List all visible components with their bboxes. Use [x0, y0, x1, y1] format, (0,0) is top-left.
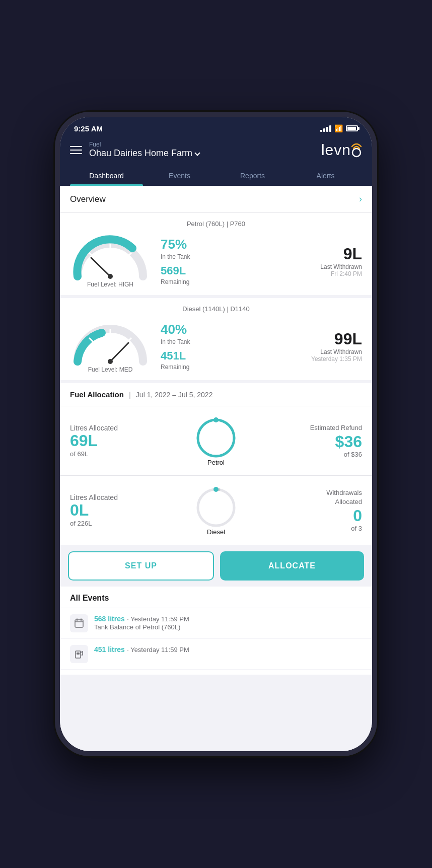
petrol-withdrawn-time: Fri 2:40 PM [331, 270, 362, 277]
app-header: Fuel Ohau Dairies Home Farm levn [60, 137, 372, 186]
event-calendar-icon [70, 614, 88, 632]
petrol-refund-amount: $36 [244, 433, 362, 451]
petrol-allocation-row: Litres Allocated 69L of 69L Petrol [60, 406, 372, 476]
status-icons: 📶 [320, 124, 358, 132]
event-content-2: 451 litres · Yesterday 11:59 PM [94, 645, 189, 654]
allocation-header: Fuel Allocation | Jul 1, 2022 – Jul 5, 2… [60, 383, 372, 406]
petrol-alloc-right: Estimated Refund $36 of $36 [244, 423, 362, 458]
petrol-ring [193, 415, 239, 461]
petrol-litres-amount: 69L [70, 432, 188, 450]
diesel-tank-name: Diesel (1140L) | D1140 [70, 305, 362, 313]
petrol-gauge: Fuel Level: HIGH [70, 234, 151, 288]
petrol-litres-label: Litres Allocated [70, 424, 188, 432]
svg-point-13 [213, 417, 219, 422]
petrol-percent-label: In the Tank [161, 253, 315, 260]
diesel-withdrawals-amount: 0 [244, 507, 362, 525]
svg-point-5 [108, 274, 113, 279]
event-content-1: 568 litres · Yesterday 11:59 PM Tank Bal… [94, 614, 189, 631]
petrol-refund-of: of $36 [244, 451, 362, 458]
petrol-alloc-left: Litres Allocated 69L of 69L [70, 424, 188, 457]
event-desc-1: Tank Balance of Petrol (760L) [94, 623, 189, 631]
diesel-withdrawals-of: of 3 [244, 525, 362, 532]
diesel-level-label: Fuel Level: MED [88, 366, 133, 373]
diesel-litres-label: Litres Allocated [70, 493, 188, 501]
petrol-withdrawn: 9L Last Withdrawn Fri 2:40 PM [320, 245, 362, 277]
diesel-withdrawn-label: Last Withdrawn [320, 348, 362, 355]
svg-point-10 [108, 359, 113, 364]
diesel-remaining: 451L [161, 349, 306, 363]
event-pump-icon [70, 645, 88, 663]
farm-dropdown-icon [194, 150, 200, 156]
setup-button[interactable]: SET UP [68, 551, 214, 581]
diesel-stats: 40% In the Tank 451L Remaining [156, 322, 306, 371]
svg-line-4 [91, 258, 110, 276]
overview-row[interactable]: Overview › [60, 186, 372, 213]
diesel-alloc-left: Litres Allocated 0L of 226L [70, 493, 188, 527]
petrol-withdrawn-label: Last Withdrawn [320, 263, 362, 270]
farm-name[interactable]: Ohau Dairies Home Farm [89, 148, 199, 159]
allocate-button[interactable]: ALLOCATE [220, 551, 364, 581]
tab-alerts[interactable]: Alerts [289, 166, 362, 186]
petrol-tank-name: Petrol (760L) | P760 [70, 220, 362, 228]
fuel-allocation-section: Fuel Allocation | Jul 1, 2022 – Jul 5, 2… [60, 383, 372, 545]
diesel-percent-label: In the Tank [161, 338, 306, 345]
header-subtitle: Fuel [89, 141, 199, 148]
svg-rect-17 [75, 620, 83, 627]
svg-point-16 [213, 487, 219, 492]
petrol-refund-label: Estimated Refund [244, 423, 362, 432]
petrol-remaining-label: Remaining [161, 278, 315, 285]
diesel-litres-of: of 226L [70, 520, 188, 527]
allocation-title: Fuel Allocation [70, 390, 124, 399]
diesel-percent: 40% [161, 322, 306, 337]
diesel-gauge: Fuel Level: MED [70, 319, 151, 373]
nav-tabs: Dashboard Events Reports Alerts [70, 166, 362, 186]
svg-line-9 [110, 343, 128, 361]
action-buttons: SET UP ALLOCATE [68, 551, 364, 581]
diesel-ring [193, 485, 239, 530]
petrol-level-label: Fuel Level: HIGH [87, 281, 133, 288]
diesel-allocation-row: Litres Allocated 0L of 226L Diesel [60, 476, 372, 545]
header-title: Fuel Ohau Dairies Home Farm [89, 141, 199, 159]
svg-point-0 [352, 149, 361, 157]
petrol-tank-card: Petrol (760L) | P760 [60, 213, 372, 298]
petrol-percent: 75% [161, 237, 315, 252]
menu-button[interactable] [70, 146, 82, 154]
status-time: 9:25 AM [74, 124, 103, 133]
diesel-litres-amount: 0L [70, 501, 188, 519]
status-bar: 9:25 AM 📶 [60, 117, 372, 137]
allocation-date: Jul 1, 2022 – Jul 5, 2022 [136, 391, 213, 399]
diesel-tank-card: Diesel (1140L) | D1140 [60, 298, 372, 383]
tab-dashboard[interactable]: Dashboard [70, 166, 143, 186]
diesel-alloc-right: Withdrawals Allocated 0 of 3 [244, 488, 362, 532]
tab-events[interactable]: Events [143, 166, 216, 186]
diesel-withdrawals-label: Withdrawals Allocated [244, 488, 362, 507]
petrol-remaining: 569L [161, 264, 315, 277]
logo-text: levn [321, 141, 351, 159]
event-item-2: 451 litres · Yesterday 11:59 PM [60, 639, 372, 670]
diesel-withdrawn-time: Yesterday 1:35 PM [311, 355, 362, 363]
app-logo: levn [321, 141, 362, 159]
overview-chevron-icon: › [359, 194, 362, 204]
diesel-remaining-label: Remaining [161, 364, 306, 371]
svg-point-12 [198, 420, 234, 456]
logo-o-icon [351, 142, 362, 158]
diesel-withdrawn-amount: 99L [334, 330, 362, 348]
main-content: Overview › Petrol (760L) | P760 [60, 186, 372, 751]
petrol-stats: 75% In the Tank 569L Remaining [156, 237, 315, 285]
svg-point-14 [198, 489, 234, 526]
petrol-alloc-center: Petrol [188, 415, 244, 466]
svg-rect-22 [77, 653, 80, 655]
diesel-alloc-center: Diesel [188, 485, 244, 536]
events-header: All Events [60, 587, 372, 608]
overview-title: Overview [70, 194, 106, 204]
diesel-withdrawn: 99L Last Withdrawn Yesterday 1:35 PM [311, 330, 362, 363]
tab-reports[interactable]: Reports [216, 166, 289, 186]
petrol-litres-of: of 69L [70, 450, 188, 458]
event-item-1: 568 litres · Yesterday 11:59 PM Tank Bal… [60, 608, 372, 639]
events-section: All Events 568 litres · Yeste [60, 587, 372, 675]
signal-bars-icon [320, 125, 331, 132]
battery-icon [346, 125, 358, 131]
petrol-withdrawn-amount: 9L [343, 245, 362, 263]
wifi-icon: 📶 [334, 124, 343, 132]
event-amount-1: 568 litres · Yesterday 11:59 PM [94, 614, 189, 623]
